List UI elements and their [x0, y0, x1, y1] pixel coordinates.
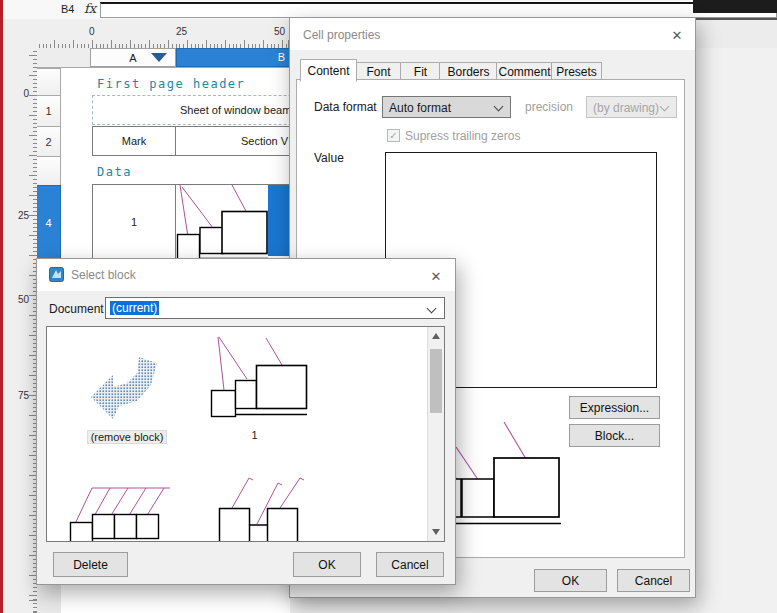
chevron-down-icon: [660, 102, 670, 112]
horizontal-ruler: 0 25 50: [3, 19, 290, 49]
cell-reference[interactable]: B4: [61, 3, 74, 15]
scroll-up-icon: [432, 333, 440, 339]
cancel-button-label: Cancel: [391, 558, 428, 572]
block-thumbnail: [202, 471, 307, 542]
fx-icon[interactable]: fx: [84, 1, 96, 16]
expression-button-label: Expression...: [580, 401, 649, 415]
select-block-dialog: Select block ✕ Document (current): [36, 258, 456, 585]
block-preview-drawing: [441, 416, 566, 528]
sheet-section-v-header: Section V: [241, 135, 288, 147]
tab-font-label: Font: [366, 65, 390, 79]
suppress-zeros-label: Supress trailing zeros: [405, 129, 520, 143]
sheet-mark-header: Mark: [122, 135, 146, 147]
precision-value: (by drawing): [593, 101, 659, 115]
select-block-close-button[interactable]: ✕: [421, 263, 451, 289]
document-combobox[interactable]: (current): [105, 297, 445, 319]
data-format-dropdown[interactable]: Auto format: [382, 96, 511, 118]
v-ruler-75: 75: [18, 390, 29, 401]
block-1-thumbnail: [207, 333, 312, 425]
list-scrollbar[interactable]: [427, 327, 444, 541]
delete-button[interactable]: Delete: [53, 552, 128, 577]
remove-block-label: (remove block): [57, 428, 197, 445]
row-header-blank-mid: [37, 156, 61, 186]
cancel-button-label: Cancel: [635, 574, 672, 588]
block-list: (remove block) 1: [46, 326, 445, 542]
remove-block-arrow-icon: [87, 345, 159, 425]
h-ruler-50: 50: [274, 26, 285, 37]
column-b-label: B: [278, 51, 285, 63]
ok-button-label: OK: [318, 558, 335, 572]
window-left-edge: [0, 0, 3, 613]
select-block-ok-button[interactable]: OK: [293, 552, 361, 577]
sheet-row1-text: Sheet of window beam: [180, 104, 291, 116]
h-ruler-medium-ticks: [37, 40, 290, 48]
sheet-row4-cell-a[interactable]: 1: [92, 184, 176, 260]
row-header-4[interactable]: 4: [37, 185, 61, 260]
top-right-dark-band: [693, 0, 777, 13]
block-button-label: Block...: [595, 429, 634, 443]
precision-label: precision: [525, 100, 573, 114]
list-item-block-row2-right[interactable]: [202, 471, 307, 542]
document-combobox-value: (current): [110, 301, 159, 315]
app-window: B4 fx 0 25 50 0 25 50 75 A B 1 2 4: [0, 0, 777, 613]
close-icon: ✕: [431, 269, 442, 284]
list-item-remove-block[interactable]: (remove block): [57, 335, 197, 447]
column-a-label: A: [129, 52, 136, 64]
cell-b4-selection[interactable]: [268, 185, 290, 256]
h-ruler-25: 25: [176, 26, 187, 37]
expression-button[interactable]: Expression...: [569, 396, 660, 419]
cell-properties-title: Cell properties: [303, 28, 380, 42]
column-a-menu-icon[interactable]: [151, 53, 167, 62]
v-ruler-25: 25: [18, 210, 29, 221]
precision-dropdown: (by drawing): [586, 96, 677, 118]
data-format-label: Data format: [314, 100, 377, 114]
cell-properties-ok-button[interactable]: OK: [534, 569, 607, 592]
sheet-row2-cell-a[interactable]: Mark: [92, 126, 176, 156]
block-1-label: 1: [202, 427, 307, 443]
row-2-label: 2: [45, 136, 51, 148]
scroll-up-button[interactable]: [428, 328, 444, 344]
scroll-down-icon: [432, 529, 440, 535]
list-item-block-1[interactable]: 1: [202, 331, 322, 447]
row-4-label: 4: [45, 217, 51, 229]
column-header-b[interactable]: B: [176, 48, 290, 67]
h-ruler-0: 0: [89, 26, 95, 37]
tab-borders-label: Borders: [447, 65, 489, 79]
row-header-blank-top: [37, 68, 61, 96]
row4-block-drawing: [176, 184, 268, 260]
block-thumbnail: [62, 484, 192, 542]
sheet-row4-mark: 1: [131, 216, 137, 228]
select-block-cancel-button[interactable]: Cancel: [376, 552, 444, 577]
tab-content[interactable]: Content: [300, 59, 357, 82]
select-block-title: Select block: [71, 268, 136, 282]
row-1-label: 1: [45, 105, 51, 117]
cell-properties-close-button[interactable]: ✕: [662, 22, 692, 48]
value-label: Value: [314, 151, 344, 165]
app-icon: [49, 267, 64, 282]
suppress-zeros-checkbox: ✓: [387, 129, 400, 142]
chevron-down-icon: [427, 304, 437, 314]
ok-button-label: OK: [562, 574, 579, 588]
tab-fit-label: Fit: [414, 65, 427, 79]
row-header-1[interactable]: 1: [37, 95, 61, 127]
data-format-value: Auto format: [389, 101, 451, 115]
row-header-2[interactable]: 2: [37, 126, 61, 157]
sheet-section-header: First page header: [97, 77, 245, 91]
formula-input[interactable]: [100, 2, 777, 18]
tab-presets-label: Presets: [556, 65, 597, 79]
ruler-band-right-fragment: [696, 18, 777, 51]
cell-properties-cancel-button[interactable]: Cancel: [617, 569, 690, 592]
tab-content-label: Content: [307, 64, 349, 78]
close-icon: ✕: [672, 28, 683, 43]
workspace-right-background: [696, 48, 777, 613]
document-label: Document: [49, 302, 104, 316]
delete-button-label: Delete: [73, 558, 108, 572]
chevron-down-icon: [494, 102, 504, 112]
tab-comment-label: Comment: [498, 65, 550, 79]
list-item-block-row2-left[interactable]: [62, 484, 192, 542]
vertical-ruler: 0 25 50 75: [3, 48, 38, 613]
block-button[interactable]: Block...: [569, 424, 660, 447]
scrollbar-thumb[interactable]: [430, 349, 442, 413]
scroll-down-button[interactable]: [428, 524, 444, 540]
check-icon: ✓: [389, 130, 397, 141]
